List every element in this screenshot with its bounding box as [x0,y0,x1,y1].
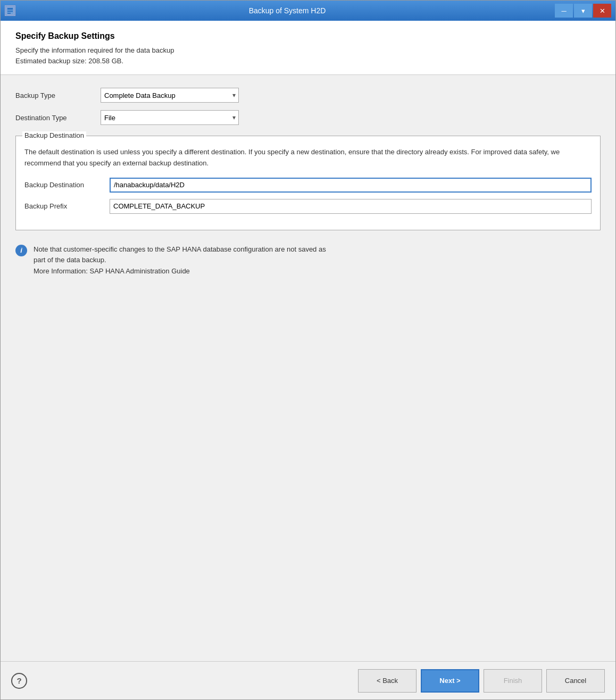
info-line1: Note that customer-specific changes to t… [34,245,326,253]
window-controls: ─ ▾ ✕ [555,4,611,18]
footer-buttons: < Back Next > Finish Cancel [358,669,605,693]
backup-destination-box: Backup Destination The default destinati… [15,136,601,230]
header-subtitle: Specify the information required for the… [15,45,601,66]
footer: ? < Back Next > Finish Cancel [1,661,615,699]
main-area: Backup Type Complete Data Backup Differe… [1,75,615,661]
backup-type-row: Backup Type Complete Data Backup Differe… [15,88,601,103]
destination-type-select-wrapper[interactable]: File Backint [101,110,239,125]
backup-type-select[interactable]: Complete Data Backup Differential Data B… [101,88,239,103]
subtitle-line1: Specify the information required for the… [15,46,174,54]
header-section: Specify Backup Settings Specify the info… [1,21,615,75]
backup-destination-input[interactable] [110,178,592,193]
maximize-button[interactable]: ▾ [574,4,592,18]
title-bar: Backup of System H2D ─ ▾ ✕ [1,1,615,21]
subtitle-line2: Estimated backup size: 208.58 GB. [15,57,123,65]
backup-prefix-input[interactable] [110,199,592,214]
page-title: Specify Backup Settings [15,31,601,41]
backup-destination-label: Backup Destination [24,181,110,189]
window-icon [5,5,15,16]
info-box: i Note that customer-specific changes to… [15,244,601,277]
destination-type-row: Destination Type File Backint [15,110,601,125]
content-area: Specify Backup Settings Specify the info… [1,21,615,699]
backup-destination-row: Backup Destination [24,178,592,193]
svg-rect-2 [7,11,13,12]
backup-type-select-wrapper[interactable]: Complete Data Backup Differential Data B… [101,88,239,103]
back-button[interactable]: < Back [358,669,417,693]
next-button[interactable]: Next > [421,669,479,693]
info-text: Note that customer-specific changes to t… [34,244,326,277]
main-window: Backup of System H2D ─ ▾ ✕ Specify Backu… [0,0,616,700]
info-line3: More Information: SAP HANA Administratio… [34,267,190,275]
backup-prefix-row: Backup Prefix [24,199,592,214]
window-title: Backup of System H2D [20,6,555,15]
info-icon: i [15,245,27,256]
info-line2: part of the data backup. [34,256,106,264]
close-button[interactable]: ✕ [593,4,611,18]
destination-type-label: Destination Type [15,114,101,122]
minimize-button[interactable]: ─ [555,4,573,18]
backup-type-label: Backup Type [15,91,101,99]
finish-button[interactable]: Finish [484,669,542,693]
destination-box-title: Backup Destination [22,131,86,139]
svg-rect-3 [7,13,11,14]
cancel-button[interactable]: Cancel [546,669,605,693]
destination-description: The default destination is used unless y… [24,147,592,169]
svg-rect-1 [7,8,13,10]
help-button[interactable]: ? [11,673,27,689]
backup-prefix-label: Backup Prefix [24,202,110,210]
destination-type-select[interactable]: File Backint [101,110,239,125]
